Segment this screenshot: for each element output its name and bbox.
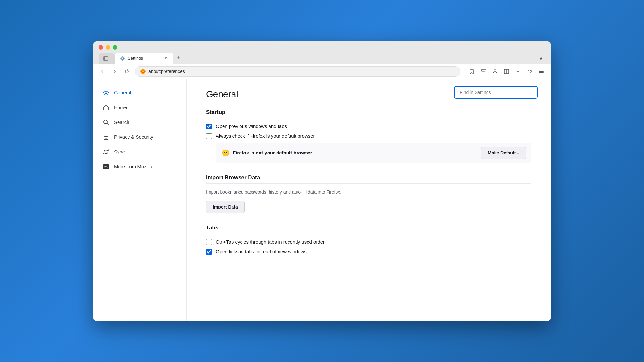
tab-list-button[interactable]: ∨	[536, 54, 545, 62]
maximize-button[interactable]	[113, 45, 117, 50]
nav-icons	[467, 67, 546, 76]
ctrl-tab-label[interactable]: Ctrl+Tab cycles through tabs in recently…	[216, 239, 325, 245]
find-in-settings-container	[454, 86, 538, 99]
svg-rect-8	[516, 70, 520, 73]
back-button[interactable]	[98, 68, 107, 75]
profile-icon[interactable]	[490, 67, 500, 76]
tab-close-button[interactable]: ✕	[163, 55, 169, 61]
screenshot-icon[interactable]	[513, 67, 523, 76]
svg-line-15	[107, 123, 109, 125]
home-label: Home	[114, 105, 127, 110]
startup-title: Startup	[206, 109, 531, 118]
settings-tab[interactable]: ⚙️ Settings ✕	[115, 53, 173, 64]
open-links-checkbox-row: Open links in tabs instead of new window…	[206, 249, 531, 255]
ctrl-tab-checkbox-row: Ctrl+Tab cycles through tabs in recently…	[206, 239, 531, 245]
sidebar-item-privacy[interactable]: Privacy & Security	[99, 130, 181, 144]
forward-button[interactable]	[110, 68, 119, 75]
make-default-button[interactable]: Make Default...	[481, 147, 526, 159]
search-icon	[102, 119, 109, 126]
import-section: Import Browser Data Import bookmarks, pa…	[206, 174, 531, 213]
default-browser-checkbox[interactable]	[206, 133, 212, 139]
sidebar-item-general[interactable]: General	[99, 86, 181, 99]
sidebar-item-sync[interactable]: Sync	[99, 145, 181, 159]
split-view-icon[interactable]	[502, 67, 511, 76]
default-browser-label[interactable]: Always check if Firefox is your default …	[216, 133, 315, 139]
svg-rect-0	[103, 57, 108, 60]
sad-face-icon: 🙁	[222, 149, 230, 157]
open-previous-checkbox[interactable]	[206, 124, 212, 129]
ctrl-tab-checkbox[interactable]	[206, 239, 212, 245]
more-mozilla-label: More from Mozilla	[114, 164, 152, 169]
address-text: about:preferences	[148, 69, 185, 74]
firefox-logo-icon	[140, 69, 146, 74]
sync-icon	[102, 148, 109, 155]
svg-text:m: m	[104, 165, 108, 169]
search-label: Search	[114, 119, 129, 125]
find-in-settings-input[interactable]	[454, 86, 538, 99]
open-previous-label[interactable]: Open previous windows and tabs	[216, 124, 287, 129]
bookmark-icon[interactable]	[467, 67, 477, 76]
svg-point-5	[494, 70, 496, 71]
settings-tab-label: Settings	[128, 56, 143, 60]
general-label: General	[114, 90, 131, 95]
sidebar-item-home[interactable]: Home	[99, 101, 181, 114]
address-bar[interactable]: about:preferences	[135, 66, 460, 77]
sidebar-item-more-mozilla[interactable]: m More from Mozilla	[99, 160, 181, 173]
svg-point-9	[517, 71, 519, 72]
startup-section: Startup Open previous windows and tabs A…	[206, 109, 531, 163]
close-button[interactable]	[99, 45, 103, 50]
gear-icon	[102, 89, 109, 96]
svg-point-4	[142, 70, 144, 72]
default-browser-notice: 🙁 Firefox is not your default browser Ma…	[216, 143, 531, 163]
title-bar: ⚙️ Settings ✕ + ∨	[93, 41, 551, 64]
home-icon	[102, 104, 109, 111]
main-content: General Startup Open previous windows an…	[187, 79, 551, 321]
sidebar-tab-icon	[103, 56, 108, 61]
tabs-title: Tabs	[206, 225, 531, 234]
open-links-checkbox[interactable]	[206, 249, 212, 255]
notice-text: Firefox is not your default browser	[233, 150, 312, 155]
reload-button[interactable]	[122, 68, 131, 75]
default-browser-checkbox-row: Always check if Firefox is your default …	[206, 133, 531, 139]
import-data-button[interactable]: Import Data	[206, 201, 245, 213]
sidebar-tab[interactable]	[99, 53, 115, 64]
menu-icon[interactable]	[536, 67, 546, 76]
mozilla-icon: m	[102, 163, 109, 170]
svg-point-17	[106, 138, 107, 139]
tabs-section: Tabs Ctrl+Tab cycles through tabs in rec…	[206, 225, 531, 255]
sidebar: General Home	[93, 79, 187, 321]
pocket-icon[interactable]	[478, 67, 488, 76]
sidebar-item-search[interactable]: Search	[99, 116, 181, 129]
privacy-label: Privacy & Security	[114, 134, 153, 140]
settings-tab-icon: ⚙️	[120, 56, 125, 61]
sidebar-nav: General Home	[99, 86, 181, 173]
open-previous-checkbox-row: Open previous windows and tabs	[206, 124, 531, 129]
notice-left: 🙁 Firefox is not your default browser	[222, 149, 312, 157]
browser-window: ⚙️ Settings ✕ + ∨	[93, 41, 551, 321]
window-controls	[99, 45, 545, 50]
import-title: Import Browser Data	[206, 174, 531, 184]
open-links-label[interactable]: Open links in tabs instead of new window…	[216, 249, 307, 254]
sync-label: Sync	[114, 149, 125, 154]
content-area: General Home	[93, 79, 551, 321]
minimize-button[interactable]	[106, 45, 110, 50]
svg-point-13	[105, 92, 107, 94]
extensions-icon[interactable]	[525, 67, 535, 76]
import-description: Import bookmarks, passwords, history and…	[206, 189, 531, 196]
tabs-row: ⚙️ Settings ✕ + ∨	[99, 53, 545, 64]
nav-bar: about:preferences	[93, 64, 551, 79]
new-tab-button[interactable]: +	[174, 53, 184, 62]
lock-icon	[102, 134, 109, 141]
